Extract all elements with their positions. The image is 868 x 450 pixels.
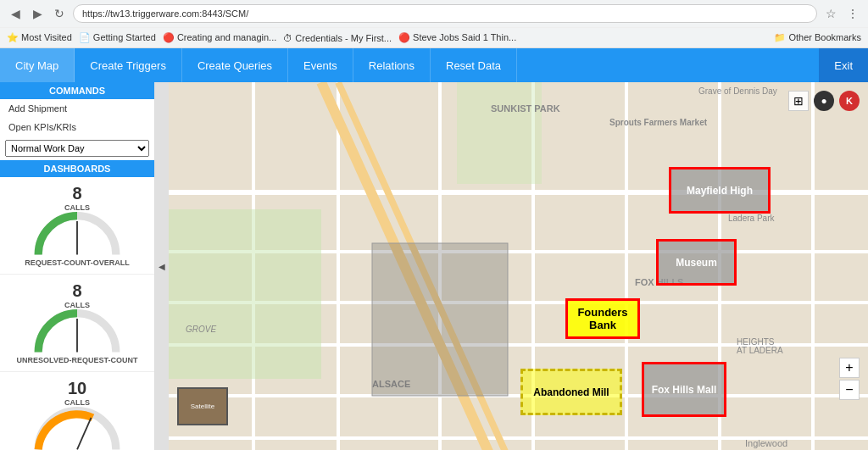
dashboard-label-2a: CALLS <box>7 301 147 309</box>
bookmarks-bar: ⭐ Most Visited 📄 Getting Started 🔴 Creat… <box>0 27 868 47</box>
dashboard-card-hospital: 10 CALLS HOSPITAL-REQUEST-COUNT <box>0 372 154 450</box>
grid-icon[interactable]: ⊞ <box>788 91 809 111</box>
satellite-thumbnail[interactable]: Satellite <box>177 387 228 425</box>
zoom-out-button[interactable]: − <box>839 380 860 400</box>
svg-text:Inglewood: Inglewood <box>745 438 787 448</box>
marker-museum[interactable]: Museum <box>656 239 737 286</box>
gauge-svg-1 <box>26 212 128 258</box>
main-layout: COMMANDS Add Shipment Open KPIs/KRIs Nor… <box>0 82 868 450</box>
browser-menu[interactable]: ⋮ <box>844 5 861 22</box>
nav-tab-events[interactable]: Events <box>288 48 353 82</box>
bookmark-most-visited[interactable]: ⭐ Most Visited <box>7 32 72 43</box>
svg-line-2 <box>77 418 92 450</box>
sidebar-toggle[interactable]: ◀ <box>155 82 169 450</box>
profile-icon[interactable]: K <box>839 91 860 111</box>
nav-tab-create-triggers[interactable]: Create Triggers <box>75 48 182 82</box>
bookmark-credentials[interactable]: ⏱ Credentials - My First... <box>283 33 392 43</box>
marker-founders-bank[interactable]: Founders Bank <box>565 298 640 339</box>
bookmark-steve[interactable]: 🔴 Steve Jobs Said 1 Thin... <box>398 32 516 43</box>
dashboard-card-request-count: 8 CALLS REQUEST-COUNT-OVERALL <box>0 177 154 275</box>
app-nav: City Map Create Triggers Create Queries … <box>0 48 868 82</box>
map-background: SUNKIST PARK GROVE ALSACE FOX HILLS HEIG… <box>169 82 868 450</box>
gauge-svg-3 <box>26 407 128 450</box>
add-shipment-item[interactable]: Add Shipment <box>0 99 154 118</box>
commands-title: COMMANDS <box>0 82 154 99</box>
svg-text:GROVE: GROVE <box>186 325 216 334</box>
ladera-label: Ladera Park <box>728 214 774 223</box>
svg-text:SUNKIST PARK: SUNKIST PARK <box>491 103 560 114</box>
dashboard-label-2b: UNRESOLVED-REQUEST-COUNT <box>7 356 147 364</box>
marker-fox-hills-mall[interactable]: Fox Hills Mall <box>642 362 726 417</box>
zoom-in-button[interactable]: + <box>839 358 860 378</box>
bookmark-star[interactable]: ☆ <box>822 5 839 22</box>
dashboard-card-unresolved: 8 CALLS UNRESOLVED-REQUEST-COUNT <box>0 275 154 372</box>
zoom-controls: + − <box>839 358 860 400</box>
dashboard-num-1: 8 <box>7 184 147 203</box>
grave-label: Grave of Dennis Day <box>698 86 777 96</box>
marker-abandoned-mill[interactable]: Abandoned Mill <box>520 369 622 415</box>
dashboard-num-3: 10 <box>7 379 147 398</box>
browser-toolbar: ◀ ▶ ↻ https://tw13.triggerware.com:8443/… <box>0 0 868 27</box>
nav-tab-create-queries[interactable]: Create Queries <box>182 48 288 82</box>
map-area[interactable]: SUNKIST PARK GROVE ALSACE FOX HILLS HEIG… <box>169 82 868 450</box>
map-controls-top: ⊞ ● K <box>788 91 860 111</box>
satellite-label: Satellite <box>191 403 214 410</box>
bookmark-getting-started[interactable]: 📄 Getting Started <box>79 32 156 43</box>
sprouts-label: Sprouts Farmers Market <box>609 118 707 127</box>
address-bar[interactable]: https://tw13.triggerware.com:8443/SCM/ <box>73 4 817 23</box>
bookmark-other[interactable]: 📁 Other Bookmarks <box>774 32 861 43</box>
url-text: https://tw13.triggerware.com:8443/SCM/ <box>82 8 248 19</box>
dashboard-num-2: 8 <box>7 281 147 301</box>
svg-rect-19 <box>169 209 321 379</box>
gauge-svg-2 <box>26 309 128 356</box>
dashboards-title: DASHBOARDS <box>0 160 154 177</box>
svg-text:AT LADERA: AT LADERA <box>737 346 783 355</box>
dashboard-label-1a: CALLS <box>7 203 147 212</box>
bookmark-creating[interactable]: 🔴 Creating and managin... <box>163 32 276 43</box>
dashboard-label-1b: REQUEST-COUNT-OVERALL <box>7 258 147 267</box>
nav-tab-relations[interactable]: Relations <box>353 48 431 82</box>
sidebar-container: COMMANDS Add Shipment Open KPIs/KRIs Nor… <box>0 82 169 450</box>
user-icon[interactable]: ● <box>814 91 834 111</box>
nav-tab-city-map[interactable]: City Map <box>0 48 75 82</box>
exit-button[interactable]: Exit <box>819 48 868 82</box>
open-kpis-item[interactable]: Open KPIs/KRIs <box>0 118 154 136</box>
sidebar: COMMANDS Add Shipment Open KPIs/KRIs Nor… <box>0 82 155 450</box>
refresh-button[interactable]: ↻ <box>51 5 68 22</box>
nav-tab-reset-data[interactable]: Reset Data <box>431 48 517 82</box>
svg-rect-20 <box>457 82 542 184</box>
forward-button[interactable]: ▶ <box>29 5 46 22</box>
dashboard-label-3a: CALLS <box>7 398 147 407</box>
back-button[interactable]: ◀ <box>7 5 24 22</box>
svg-rect-28 <box>372 243 508 396</box>
work-day-select[interactable]: Normal Work Day <box>5 140 149 157</box>
browser-chrome: ◀ ▶ ↻ https://tw13.triggerware.com:8443/… <box>0 0 868 48</box>
marker-mayfield-high[interactable]: Mayfield High <box>669 167 771 214</box>
